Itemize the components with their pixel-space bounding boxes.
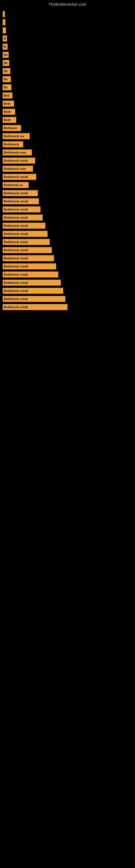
bar-row: Bottl	[3, 116, 135, 124]
bar-22: Bottleneck result	[3, 190, 38, 196]
bar-label-35: Bottleneck result	[4, 297, 28, 301]
bar-label-3: B	[4, 37, 6, 40]
bar-label-30: Bottleneck result	[4, 257, 28, 260]
bar-12: Bottl	[3, 109, 15, 115]
bar-label-18: Bottleneck result	[4, 159, 28, 162]
bar-26: Bottleneck result	[3, 223, 45, 229]
bar-row: Bottleneck result	[3, 279, 135, 286]
bar-row: Bo	[3, 51, 135, 59]
bar-label-17: Bottleneck resu	[4, 151, 26, 154]
bar-23: Bottleneck result	[3, 198, 39, 204]
bar-20: Bottleneck result	[3, 174, 36, 180]
bars-container: BBBoBoBoBoBoBottBottlBottlBottlBottlenec…	[0, 8, 135, 314]
bar-label-20: Bottleneck result	[4, 175, 28, 179]
bar-label-4: B	[4, 45, 6, 48]
bar-label-22: Bottleneck result	[4, 191, 28, 195]
bar-row: Bottlenec	[3, 124, 135, 132]
bar-row: B	[3, 43, 135, 51]
bar-row: Bottleneck result	[3, 271, 135, 278]
bar-row: Bottleneck result	[3, 238, 135, 246]
bar-19: Bottleneck resu	[3, 166, 33, 172]
bar-row: Bottleneck result	[3, 254, 135, 262]
bar-33: Bottleneck result	[3, 280, 61, 286]
bar-10: Bott	[3, 93, 12, 98]
bar-7: Bo	[3, 68, 10, 74]
bar-row: Bottleneck result	[3, 222, 135, 229]
bar-label-5: Bo	[4, 53, 8, 56]
bar-label-19: Bottleneck resu	[4, 167, 26, 170]
bar-label-27: Bottleneck result	[4, 232, 28, 236]
bar-row: Bo	[3, 75, 135, 83]
bar-label-33: Bottleneck result	[4, 281, 28, 284]
bar-label-32: Bottleneck result	[4, 273, 28, 276]
bar-21: Bottleneck re	[3, 182, 29, 188]
bar-label-16: Bottleneck	[4, 143, 19, 146]
bar-9: Bo	[3, 84, 11, 90]
bar-row: Bottleneck result	[3, 173, 135, 181]
bar-row: Bo	[3, 67, 135, 75]
bar-label-31: Bottleneck result	[4, 265, 28, 268]
bar-11: Bottl	[3, 101, 14, 106]
bar-1	[3, 19, 5, 25]
bar-16: Bottleneck	[3, 141, 23, 147]
bar-label-9: Bo	[4, 86, 8, 89]
bar-label-15: Bottleneck res	[4, 134, 24, 138]
bar-17: Bottleneck resu	[3, 150, 32, 155]
bar-row: Bottleneck result	[3, 197, 135, 205]
bar-32: Bottleneck result	[3, 272, 58, 278]
bar-row: Bo	[3, 84, 135, 91]
bar-5: Bo	[3, 52, 9, 58]
bar-34: Bottleneck result	[3, 288, 63, 294]
bar-row: Bottl	[3, 108, 135, 116]
bar-row: Bottleneck result	[3, 246, 135, 254]
bar-row: Bottleneck resu	[3, 149, 135, 156]
bar-24: Bottleneck result	[3, 207, 41, 212]
bar-label-8: Bo	[4, 78, 8, 81]
bar-35: Bottleneck result	[3, 296, 65, 302]
site-title: TheBottlenecker.com	[0, 0, 135, 8]
bar-row: Bottleneck result	[3, 303, 135, 311]
site-title-container: TheBottlenecker.com	[0, 0, 135, 8]
bar-row: B	[3, 35, 135, 42]
bar-row: Bottleneck result	[3, 206, 135, 213]
bar-31: Bottleneck result	[3, 264, 56, 269]
bar-row: Bottleneck result	[3, 287, 135, 294]
bar-4: B	[3, 44, 8, 50]
bar-row: Bottleneck result	[3, 295, 135, 303]
bar-row	[3, 19, 135, 26]
bar-29: Bottleneck result	[3, 247, 52, 253]
bar-row: Bottl	[3, 100, 135, 107]
bar-label-34: Bottleneck result	[4, 289, 28, 292]
bar-label-26: Bottleneck result	[4, 224, 28, 227]
bar-28: Bottleneck result	[3, 239, 50, 245]
bar-row: Bott	[3, 92, 135, 99]
bar-18: Bottleneck result	[3, 158, 35, 163]
bar-label-36: Bottleneck result	[4, 305, 28, 309]
bar-label-24: Bottleneck result	[4, 208, 28, 211]
bar-27: Bottleneck result	[3, 231, 48, 237]
bar-2	[3, 27, 6, 33]
bar-row: Bottleneck	[3, 141, 135, 148]
bar-label-14: Bottlenec	[4, 126, 17, 130]
bar-row: Bottleneck result	[3, 189, 135, 197]
bar-row: Bottleneck res	[3, 132, 135, 140]
bar-30: Bottleneck result	[3, 255, 54, 261]
bar-row: Bo	[3, 59, 135, 67]
bar-label-6: Bo	[4, 61, 8, 65]
bar-row: Bottleneck result	[3, 230, 135, 238]
bar-label-28: Bottleneck result	[4, 240, 28, 244]
bar-3: B	[3, 35, 7, 41]
bar-label-21: Bottleneck re	[4, 183, 23, 187]
bar-label-23: Bottleneck result	[4, 199, 28, 203]
bar-row: Bottleneck result	[3, 214, 135, 221]
bar-label-11: Bottl	[4, 102, 10, 105]
bar-row	[3, 10, 135, 18]
bar-row: Bottleneck re	[3, 181, 135, 189]
bar-6: Bo	[3, 60, 9, 66]
bar-14: Bottlenec	[3, 125, 21, 131]
bar-row: Bottleneck resu	[3, 165, 135, 173]
bar-label-12: Bottl	[4, 110, 10, 113]
bar-row: Bottleneck result	[3, 157, 135, 164]
bar-label-10: Bott	[4, 94, 10, 97]
bar-8: Bo	[3, 76, 11, 82]
